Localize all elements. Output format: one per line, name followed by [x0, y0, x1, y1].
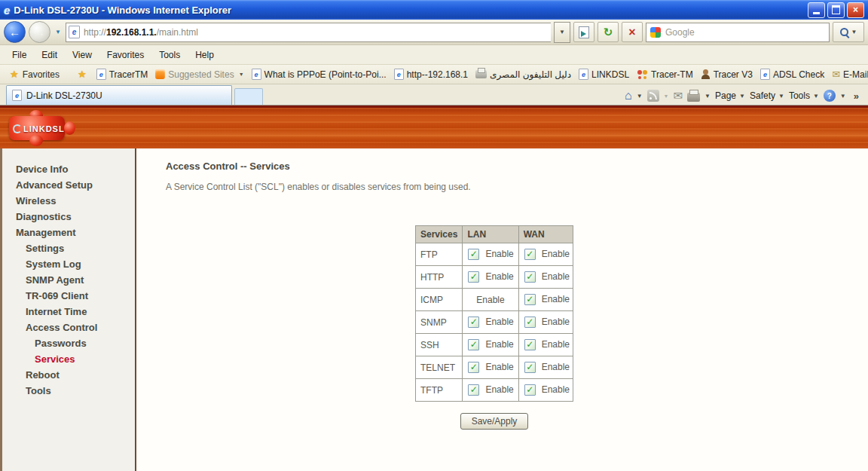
- sidebar-item-management[interactable]: Management: [2, 225, 135, 240]
- sidebar-item-access-control[interactable]: Access Control: [2, 320, 135, 335]
- menu-file[interactable]: File: [5, 48, 34, 62]
- menu-view[interactable]: View: [65, 48, 99, 62]
- favorites-button[interactable]: ★ Favorites: [4, 67, 66, 81]
- compatibility-view-button[interactable]: [573, 22, 594, 42]
- add-favorite-star-icon: ★: [78, 69, 87, 80]
- feeds-button[interactable]: [647, 90, 659, 102]
- print-dropdown[interactable]: ▼: [704, 93, 711, 99]
- ssh-wan-cell: ✓Enable: [518, 334, 573, 356]
- address-bar[interactable]: e http://192.168.1.1./main.html: [66, 23, 551, 42]
- stop-button[interactable]: ×: [622, 22, 643, 42]
- snmp-lan-cell: ✓Enable: [463, 311, 518, 334]
- favorites-item-tracer-tm[interactable]: Tracer-TM: [633, 68, 697, 81]
- tools-menu[interactable]: Tools ▼: [789, 90, 819, 101]
- people-icon: [637, 69, 648, 79]
- table-row-ssh: SSH✓Enable✓Enable: [416, 334, 573, 356]
- ftp-wan-enable-checkbox[interactable]: ✓: [524, 249, 536, 260]
- telnet-wan-enable-checkbox[interactable]: ✓: [524, 362, 536, 373]
- http-lan-enable-checkbox[interactable]: ✓: [468, 271, 479, 283]
- favorites-item-tracertm[interactable]: eTracerTM: [93, 67, 152, 81]
- favorites-item-suggested-sites[interactable]: Suggested Sites▼: [151, 68, 247, 81]
- title-bar: e D-Link DSL-2730U - Windows Internet Ex…: [0, 0, 868, 20]
- search-button[interactable]: ▼: [833, 22, 864, 42]
- service-name-cell: FTP: [416, 243, 463, 266]
- menu-favorites[interactable]: Favorites: [99, 48, 151, 62]
- sidebar-item-internet-time[interactable]: Internet Time: [2, 304, 135, 320]
- home-dropdown[interactable]: ▼: [637, 93, 643, 99]
- favorites-item-what-is-pppoe-point-to-poi[interactable]: eWhat is PPPoE (Point-to-Poi...: [248, 67, 390, 81]
- sidebar-item-tr-069-client[interactable]: TR-069 Client: [2, 288, 135, 304]
- sidebar-item-passwords[interactable]: Passwords: [2, 335, 135, 351]
- close-button[interactable]: ×: [847, 2, 864, 18]
- router-banner: LINKDSL: [0, 106, 868, 148]
- favorites-item-linkdsl[interactable]: eLINKDSL: [575, 67, 633, 81]
- tftp-lan-enable-checkbox[interactable]: ✓: [468, 384, 479, 396]
- telnet-lan-enable-checkbox[interactable]: ✓: [468, 362, 479, 373]
- favorites-item-adsl-check[interactable]: eADSL Check: [756, 67, 828, 81]
- snmp-wan-enable-checkbox[interactable]: ✓: [524, 317, 536, 328]
- menu-edit[interactable]: Edit: [34, 48, 65, 62]
- safety-menu-dropdown-icon: ▼: [778, 93, 784, 99]
- safety-menu[interactable]: Safety ▼: [750, 90, 784, 101]
- sidebar-item-snmp-agent[interactable]: SNMP Agent: [2, 272, 135, 288]
- add-to-favorites-button[interactable]: ★: [72, 67, 93, 81]
- telnet-wan-cell: ✓Enable: [518, 356, 573, 379]
- snmp-wan-cell: ✓Enable: [518, 311, 573, 334]
- print-button[interactable]: [687, 93, 700, 102]
- address-dropdown-button[interactable]: ▼: [554, 22, 570, 43]
- new-tab-button[interactable]: [234, 88, 263, 105]
- icmp-wan-enable-checkbox[interactable]: ✓: [524, 294, 536, 305]
- tab-dlink-dsl-2730u[interactable]: e D-Link DSL-2730U: [6, 85, 232, 105]
- minimize-button[interactable]: [808, 2, 825, 18]
- icmp-lan-cell: Enable: [463, 289, 518, 311]
- http-wan-enable-checkbox[interactable]: ✓: [524, 271, 536, 283]
- favorites-item-e-mail[interactable]: ✉E-Mail: [828, 68, 868, 81]
- window-title: D-Link DSL-2730U - Windows Internet Expl…: [14, 5, 231, 16]
- table-row-telnet: TELNET✓Enable✓Enable: [416, 356, 573, 379]
- command-bar-overflow-chevron-icon[interactable]: »: [851, 90, 862, 102]
- back-button[interactable]: ←: [4, 21, 26, 43]
- favorites-bar: ★ Favorites ★ eTracerTMSuggested Sites▼e…: [0, 65, 868, 84]
- help-button[interactable]: ?: [824, 90, 836, 102]
- sidebar-item-tools[interactable]: Tools: [2, 383, 135, 399]
- home-button[interactable]: ⌂: [625, 89, 632, 102]
- forward-button[interactable]: →: [29, 21, 50, 43]
- page-favicon-icon: e: [69, 26, 80, 38]
- history-dropdown[interactable]: ▼: [53, 29, 63, 35]
- page-menu[interactable]: Page ▼: [715, 90, 745, 101]
- help-dropdown[interactable]: ▼: [840, 93, 846, 99]
- snmp-lan-enable-checkbox[interactable]: ✓: [468, 317, 479, 328]
- refresh-button[interactable]: ↻: [598, 22, 619, 42]
- services-table-body: FTP✓Enable✓EnableHTTP✓Enable✓EnableICMPE…: [416, 243, 573, 402]
- feeds-dropdown: ▼: [664, 93, 669, 99]
- favorites-items: eTracerTMSuggested Sites▼eWhat is PPPoE …: [93, 67, 868, 81]
- sidebar-item-device-info[interactable]: Device Info: [2, 161, 135, 177]
- favorites-item-label: دليل التليفون المصرى: [490, 69, 571, 80]
- restore-button[interactable]: [827, 2, 845, 18]
- sidebar-item-advanced-setup[interactable]: Advanced Setup: [2, 177, 135, 193]
- enable-label: Enable: [542, 362, 570, 372]
- sidebar-item-services[interactable]: Services: [2, 351, 135, 367]
- search-options-dropdown[interactable]: ▼: [851, 29, 857, 35]
- sidebar-item-diagnostics[interactable]: Diagnostics: [2, 209, 135, 225]
- search-input[interactable]: Google: [646, 23, 830, 42]
- sidebar-item-wireless[interactable]: Wireless: [2, 193, 135, 209]
- favorites-item-item[interactable]: دليل التليفون المصرى: [472, 68, 575, 81]
- page-title: Access Control -- Services: [166, 161, 868, 172]
- sidebar-item-system-log[interactable]: System Log: [2, 256, 135, 272]
- favorites-item-tracer-v3[interactable]: Tracer V3: [697, 68, 756, 81]
- favorites-item-http-192-168-1[interactable]: ehttp--192.168.1: [390, 67, 472, 81]
- sidebar-item-reboot[interactable]: Reboot: [2, 367, 135, 383]
- service-name-cell: TELNET: [416, 356, 463, 379]
- menu-help[interactable]: Help: [188, 48, 222, 62]
- sidebar-item-settings[interactable]: Settings: [2, 240, 135, 256]
- save-apply-button[interactable]: Save/Apply: [460, 413, 528, 430]
- read-mail-button[interactable]: ✉: [674, 89, 683, 102]
- ssh-wan-enable-checkbox[interactable]: ✓: [524, 339, 536, 350]
- tftp-wan-enable-checkbox[interactable]: ✓: [524, 384, 536, 396]
- service-name-cell: HTTP: [416, 266, 463, 289]
- ie-icon: e: [96, 69, 106, 80]
- ssh-lan-enable-checkbox[interactable]: ✓: [468, 339, 479, 350]
- menu-tools[interactable]: Tools: [151, 48, 188, 62]
- ftp-lan-enable-checkbox[interactable]: ✓: [468, 249, 479, 260]
